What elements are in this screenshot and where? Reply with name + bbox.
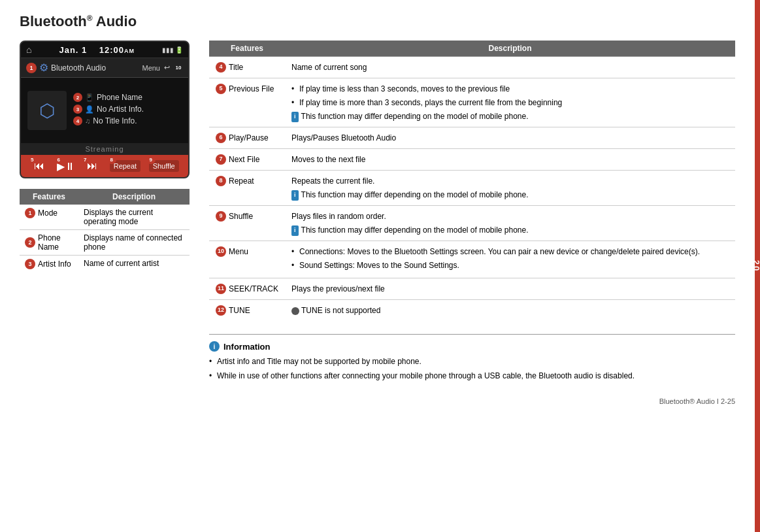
right-table-desc-header: Description [285, 41, 735, 57]
left-col: ⌂ Jan. 1 12:00AM ▮▮▮ 🔋 [20, 41, 190, 273]
feature-cell: 9 Shuffle [209, 206, 285, 241]
info-section-title: i Information [209, 341, 735, 352]
page-title: Bluetooth® Audio [20, 13, 735, 30]
description-cell: Plays the previous/next file [285, 278, 735, 300]
shuffle-btn[interactable]: 9 Shuffle [149, 159, 179, 173]
phone-name-row: 2 📱 Phone Name [73, 93, 182, 102]
badge-num: 11 [216, 284, 226, 294]
table-row: 1 ModeDisplays the current operating mod… [20, 205, 190, 230]
date-time: Jan. 1 12:00AM [59, 45, 135, 55]
bluetooth-icon: ⚙ [39, 61, 48, 74]
badge-6: 6 [54, 155, 63, 164]
right-sidebar: 20 [755, 0, 760, 532]
prev-btn[interactable]: 5 ⏮ [30, 159, 48, 173]
tune-circle-icon [291, 307, 299, 315]
next-btn[interactable]: 7 ⏭ [83, 159, 101, 173]
device-controls: 5 ⏮ 6 ▶⏸ 7 ⏭ 8 Repeat [21, 155, 188, 177]
feature-cell: 3 Artist Info [20, 256, 78, 273]
feature-cell: 2 Phone Name [20, 230, 78, 256]
table-row: 4 TitleName of current song [209, 57, 735, 78]
badge-num: 5 [216, 84, 226, 94]
streaming-bar: Streaming [21, 143, 188, 155]
feature-cell: 4 Title [209, 57, 285, 78]
time-label: 12:00 [99, 45, 124, 55]
home-icon: ⌂ [26, 44, 31, 55]
menu-button-area: Menu ↩ 10 [142, 63, 183, 73]
back-arrow-icon: ↩ [164, 63, 170, 72]
badge-num: 8 [216, 176, 226, 186]
date-label: Jan. 1 [59, 45, 87, 55]
album-art: ⬡ [27, 91, 67, 130]
info-badge-icon: i [209, 341, 220, 352]
table-row: 7 Next FileMoves to the next file [209, 149, 735, 171]
status-icons: ▮▮▮ 🔋 [162, 46, 183, 54]
left-table-desc-header: Description [78, 189, 190, 205]
badge-10-corner: 10 [174, 63, 183, 73]
table-row: 12 TUNETUNE is not supported [209, 300, 735, 322]
list-item: While in use of other functions after co… [209, 370, 735, 382]
badge-num: 12 [216, 305, 226, 316]
table-row: 5 Previous FileIf play time is less than… [209, 78, 735, 127]
info-section: i Information Artist info and Title may … [209, 334, 735, 382]
badge-5: 5 [27, 155, 37, 164]
app-name-label: Bluetooth Audio [51, 63, 106, 73]
right-features-table: Features Description 4 TitleName of curr… [209, 41, 735, 321]
badge-num: 3 [25, 259, 35, 269]
badge-4-device: 4 [73, 116, 82, 125]
feature-cell: 6 Play/Pause [209, 127, 285, 149]
info-bullets-list: Artist info and Title may not be support… [209, 356, 735, 382]
right-col: Features Description 4 TitleName of curr… [209, 41, 735, 405]
badge-3: 3 [73, 105, 82, 114]
page-container: Bluetooth® Audio ⌂ Jan. 1 12:00AM [0, 0, 760, 532]
description-cell: Displays the current operating mode [78, 205, 190, 230]
right-table-features-header: Features [209, 41, 285, 57]
track-info: 2 📱 Phone Name 3 👤 No Artist Info. 4 [73, 93, 182, 128]
table-row: 8 RepeatRepeats the current file.iThis f… [209, 171, 735, 206]
streaming-label: Streaming [85, 145, 124, 153]
app-name-bar: 1 ⚙ Bluetooth Audio [26, 61, 106, 74]
artist-icon: 👤 [85, 105, 94, 114]
device-header: ⌂ Jan. 1 12:00AM ▮▮▮ 🔋 [21, 42, 188, 58]
badge-num: 4 [216, 62, 226, 73]
description-cell: Plays files in random order.iThis functi… [285, 206, 735, 241]
table-row: 9 ShufflePlays files in random order.iTh… [209, 206, 735, 241]
title-row: 4 ♫ No Title Info. [73, 116, 182, 125]
info-title-label: Information [223, 342, 271, 352]
badge-num: 7 [216, 154, 226, 165]
table-row: 6 Play/PausePlays/Pauses Bluetooth Audio [209, 127, 735, 149]
bluetooth-symbol-icon: ⬡ [39, 100, 55, 122]
feature-cell: 8 Repeat [209, 171, 285, 206]
menu-label[interactable]: Menu [142, 64, 160, 72]
time-suffix: AM [124, 48, 135, 54]
page-footer: Bluetooth® Audio I 2-25 [209, 395, 735, 405]
badge-7: 7 [80, 155, 90, 164]
play-pause-btn[interactable]: 6 ▶⏸ [57, 159, 75, 173]
feature-cell: 7 Next File [209, 149, 285, 171]
device-mockup: ⌂ Jan. 1 12:00AM ▮▮▮ 🔋 [20, 41, 190, 178]
table-row: 3 Artist InfoName of current artist [20, 256, 190, 273]
device-body: ⬡ 2 📱 Phone Name 3 👤 No Artist [21, 78, 188, 143]
feature-cell: 10 Menu [209, 241, 285, 278]
feature-cell: 5 Previous File [209, 78, 285, 127]
description-cell: If play time is less than 3 seconds, mov… [285, 78, 735, 127]
badge-num: 1 [25, 208, 35, 218]
badge-1: 1 [26, 63, 37, 73]
feature-cell: 11 SEEK/TRACK [209, 278, 285, 300]
badge-8: 8 [107, 155, 116, 164]
table-row: 10 MenuConnections: Moves to the Bluetoo… [209, 241, 735, 278]
description-cell: Name of current artist [78, 256, 190, 273]
badge-2: 2 [73, 93, 82, 102]
music-icon: ♫ [85, 117, 90, 125]
badge-9: 9 [146, 155, 156, 164]
description-cell: TUNE is not supported [285, 300, 735, 322]
repeat-btn[interactable]: 8 Repeat [110, 159, 140, 173]
phone-name-label: Phone Name [97, 93, 142, 102]
description-cell: Plays/Pauses Bluetooth Audio [285, 127, 735, 149]
left-table-body: 1 ModeDisplays the current operating mod… [20, 205, 190, 273]
device-top-bar: 1 ⚙ Bluetooth Audio Menu ↩ 10 [21, 58, 188, 78]
feature-cell: 1 Mode [20, 205, 78, 230]
vertical-page-number: 20 [752, 260, 760, 272]
description-cell: Connections: Moves to the Bluetooth Sett… [285, 241, 735, 278]
table-row: 2 Phone NameDisplays name of connected p… [20, 230, 190, 256]
two-col-layout: ⌂ Jan. 1 12:00AM ▮▮▮ 🔋 [20, 41, 735, 405]
